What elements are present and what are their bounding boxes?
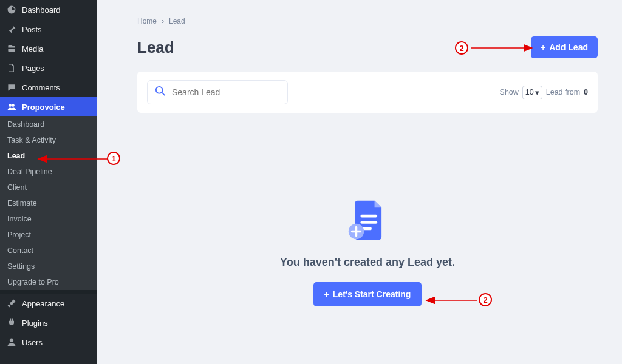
submenu-item-upgrade[interactable]: Upgrade to Pro	[0, 274, 97, 290]
sidebar-item-label: Plugins	[22, 318, 48, 328]
submenu-item-deal-pipeline[interactable]: Deal Pipeline	[0, 164, 97, 180]
sidebar-item-pages[interactable]: Pages	[0, 58, 97, 78]
page-icon	[6, 62, 17, 73]
breadcrumb-home[interactable]: Home	[137, 17, 157, 25]
svg-point-2	[10, 339, 13, 342]
search-box[interactable]	[147, 80, 288, 104]
submenu-item-project[interactable]: Project	[0, 227, 97, 243]
sidebar-item-users[interactable]: Users	[0, 332, 97, 352]
sidebar-item-appearance[interactable]: Appearance	[0, 294, 97, 313]
empty-message: You haven't created any Lead yet.	[280, 256, 455, 269]
sidebar-item-label: Posts	[22, 25, 42, 34]
plug-icon	[6, 317, 17, 328]
brush-icon	[6, 298, 17, 309]
entity-label: Lead from	[546, 88, 580, 96]
admin-sidebar: Dashboard Posts Media Pages Comments Pro…	[0, 0, 97, 364]
svg-rect-6	[360, 221, 377, 224]
sidebar-item-label: Propovoice	[22, 103, 65, 112]
breadcrumb-current: Lead	[169, 17, 185, 25]
sidebar-item-label: Dashboard	[22, 5, 61, 15]
submenu-item-estimate[interactable]: Estimate	[0, 195, 97, 211]
sidebar-item-propovoice[interactable]: Propovoice	[0, 97, 97, 116]
sidebar-item-media[interactable]: Media	[0, 39, 97, 58]
svg-point-0	[9, 104, 12, 107]
sidebar-item-plugins[interactable]: Plugins	[0, 313, 97, 332]
per-page-select[interactable]: 10 ▾	[522, 86, 542, 99]
add-lead-button[interactable]: + Add Lead	[531, 36, 598, 58]
start-creating-button[interactable]: + Let's Start Creating	[313, 282, 422, 306]
add-lead-label: Add Lead	[549, 42, 588, 52]
sidebar-item-posts[interactable]: Posts	[0, 19, 97, 39]
breadcrumb: Home › Lead	[137, 17, 598, 25]
svg-point-1	[12, 104, 15, 107]
sidebar-item-dashboard[interactable]: Dashboard	[0, 0, 97, 19]
submenu-item-invoice[interactable]: Invoice	[0, 211, 97, 227]
media-icon	[6, 43, 17, 54]
title-bar: Lead + Add Lead	[137, 36, 598, 58]
pin-icon	[6, 24, 17, 35]
sidebar-item-label: Users	[22, 338, 43, 347]
pagination-summary: Show 10 ▾ Lead from 0	[500, 86, 588, 99]
user-icon	[6, 337, 17, 348]
sidebar-item-label: Pages	[22, 64, 44, 73]
empty-state: You haven't created any Lead yet. + Let'…	[137, 125, 598, 306]
toolbar-card: Show 10 ▾ Lead from 0	[137, 72, 598, 113]
sidebar-item-label: Comments	[22, 83, 60, 92]
svg-line-4	[162, 93, 165, 96]
svg-point-3	[156, 87, 163, 93]
plus-icon: +	[324, 289, 329, 299]
propovoice-submenu: Dashboard Task & Activity Lead Deal Pipe…	[0, 116, 97, 290]
start-creating-label: Let's Start Creating	[333, 289, 411, 299]
sidebar-item-label: Media	[22, 44, 43, 53]
submenu-item-contact[interactable]: Contact	[0, 243, 97, 258]
show-label: Show	[500, 88, 519, 96]
sidebar-item-label: Appearance	[22, 299, 64, 308]
main-content: Home › Lead Lead + Add Lead Show 10 ▾ Le…	[97, 0, 622, 364]
dashboard-icon	[6, 4, 17, 15]
page-title: Lead	[137, 38, 174, 57]
comment-icon	[6, 82, 17, 93]
total-count: 0	[584, 88, 588, 96]
sidebar-item-comments[interactable]: Comments	[0, 78, 97, 97]
submenu-item-lead[interactable]: Lead	[0, 148, 97, 164]
submenu-item-settings[interactable]: Settings	[0, 258, 97, 274]
submenu-item-client[interactable]: Client	[0, 180, 97, 195]
plus-icon: +	[541, 42, 545, 52]
chevron-right-icon: ›	[162, 17, 164, 25]
search-input[interactable]	[172, 87, 280, 97]
group-icon	[6, 101, 17, 112]
submenu-item-dashboard[interactable]: Dashboard	[0, 116, 97, 132]
chevron-down-icon: ▾	[535, 88, 539, 97]
document-plus-icon	[345, 198, 390, 245]
per-page-value: 10	[525, 88, 534, 96]
search-icon	[155, 86, 166, 99]
svg-rect-5	[360, 215, 377, 218]
submenu-item-task-activity[interactable]: Task & Activity	[0, 132, 97, 148]
